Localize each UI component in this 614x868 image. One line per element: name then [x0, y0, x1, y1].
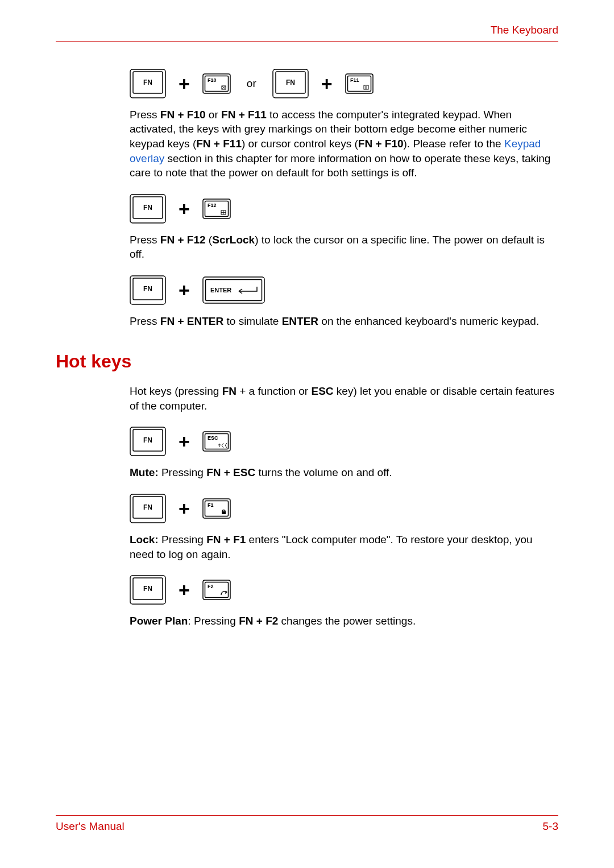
- fn-label: FN: [143, 436, 152, 444]
- bold: FN + F10: [160, 109, 206, 121]
- paragraph-mute: Mute: Pressing FN + ESC turns the volume…: [130, 465, 558, 480]
- bold: ESC: [311, 385, 333, 397]
- bold: Power Plan: [130, 615, 188, 627]
- or-label: or: [247, 76, 256, 91]
- text: : Pressing: [188, 615, 239, 627]
- bold: ScrLock: [212, 234, 255, 246]
- text: Pressing: [159, 466, 206, 478]
- f1-label: F1: [208, 502, 214, 508]
- fn-label: FN: [143, 503, 152, 511]
- bold: FN + ENTER: [160, 315, 223, 327]
- footer-right: 5-3: [543, 819, 558, 834]
- plus-icon: +: [179, 499, 190, 518]
- bold: FN + F1: [206, 534, 246, 545]
- paragraph-lock: Lock: Pressing FN + F1 enters "Lock comp…: [130, 532, 558, 561]
- text: ). Please refer to the: [404, 138, 504, 150]
- fn-key-icon: FN: [130, 69, 166, 98]
- f10-label: F10: [208, 77, 217, 83]
- page-footer: User's Manual 5-3: [56, 815, 558, 834]
- f11-label: F11: [350, 77, 359, 83]
- text: section in this chapter for more informa…: [130, 152, 550, 179]
- header-title: The Keyboard: [491, 24, 558, 36]
- text: Press: [130, 315, 160, 327]
- text: + a function or: [237, 385, 312, 397]
- esc-label: ESC: [208, 435, 218, 441]
- text: Hot keys (pressing: [130, 385, 222, 397]
- text: ) or cursor control keys (: [242, 138, 358, 150]
- fn-label: FN: [143, 204, 152, 212]
- fn-key-icon: FN: [130, 494, 166, 523]
- combo-fn-f1: FN + F1: [130, 494, 558, 523]
- hot-keys-heading: Hot keys: [56, 349, 558, 374]
- bold: FN + F10: [358, 138, 404, 150]
- combo-fn-f12: FN + F12: [130, 194, 558, 224]
- text: Press: [130, 234, 160, 246]
- fn-label: FN: [143, 585, 152, 593]
- plus-icon: +: [179, 580, 190, 600]
- fn-label: FN: [143, 78, 152, 86]
- bold: FN + F11: [196, 138, 242, 150]
- plus-icon: +: [179, 74, 190, 93]
- fn-key-icon: FN: [130, 427, 166, 456]
- bold: FN + F12: [160, 234, 206, 246]
- paragraph-fn-f10-f11: Press FN + F10 or FN + F11 to access the…: [130, 108, 558, 180]
- f11-key-icon: F11: [345, 73, 374, 94]
- paragraph-powerplan: Power Plan: Pressing FN + F2 changes the…: [130, 614, 558, 629]
- bold: FN + F2: [239, 615, 278, 627]
- fn-key-icon: FN: [272, 69, 309, 98]
- text: turns the volume on and off.: [255, 466, 392, 478]
- esc-key-icon: ESC: [202, 431, 231, 452]
- text: Press: [130, 109, 160, 121]
- fn-key-icon: FN: [130, 275, 166, 305]
- bold: Lock:: [130, 534, 159, 545]
- fn-label: FN: [143, 285, 152, 293]
- page: The Keyboard FN + F10: [0, 0, 614, 868]
- footer-left: User's Manual: [56, 819, 125, 834]
- plus-icon: +: [321, 74, 333, 93]
- enter-key-icon: ENTER: [202, 276, 265, 304]
- f10-key-icon: F10: [202, 73, 231, 94]
- fn-label: FN: [286, 78, 295, 86]
- svg-rect-34: [222, 511, 226, 514]
- f2-key-icon: F2: [202, 580, 231, 600]
- combo-fn-esc: FN + ESC: [130, 427, 558, 456]
- text: (: [206, 234, 213, 246]
- f2-label: F2: [208, 584, 214, 589]
- plus-icon: +: [179, 280, 190, 300]
- enter-label: ENTER: [210, 287, 231, 294]
- f12-label: F12: [208, 202, 217, 208]
- fn-key-icon: FN: [130, 194, 166, 224]
- text: or: [206, 109, 221, 121]
- f1-key-icon: F1: [202, 498, 231, 519]
- text: Pressing: [159, 534, 206, 545]
- plus-icon: +: [179, 199, 190, 218]
- paragraph-fn-enter: Press FN + ENTER to simulate ENTER on th…: [130, 314, 558, 329]
- page-header: The Keyboard: [56, 23, 558, 42]
- bold: ENTER: [282, 315, 318, 327]
- text: on the enhanced keyboard's numeric keypa…: [318, 315, 539, 327]
- bold: FN + F11: [221, 109, 267, 121]
- page-content: FN + F10 or FN: [130, 69, 558, 629]
- plus-icon: +: [179, 432, 190, 451]
- combo-fn-f2: FN + F2: [130, 575, 558, 605]
- bold: FN: [222, 385, 237, 397]
- combo-fn-enter: FN + ENTER: [130, 275, 558, 305]
- bold: Mute:: [130, 466, 159, 478]
- paragraph-hotkeys-intro: Hot keys (pressing FN + a function or ES…: [130, 384, 558, 413]
- text: to simulate: [223, 315, 281, 327]
- f12-key-icon: F12: [202, 199, 231, 219]
- paragraph-fn-f12: Press FN + F12 (ScrLock) to lock the cur…: [130, 233, 558, 262]
- text: changes the power settings.: [278, 615, 416, 627]
- fn-key-icon: FN: [130, 575, 166, 605]
- combo-fn-f10-f11: FN + F10 or FN: [130, 69, 558, 98]
- bold: FN + ESC: [206, 466, 255, 478]
